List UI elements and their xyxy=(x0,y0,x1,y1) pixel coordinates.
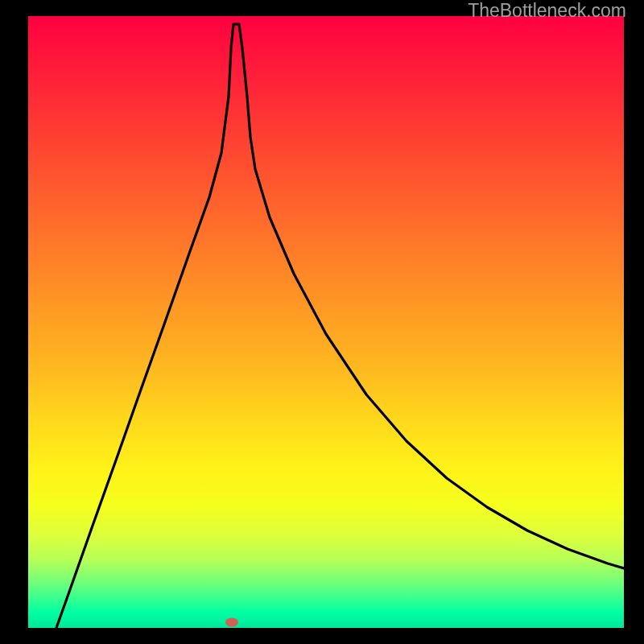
bottleneck-curve xyxy=(28,16,624,628)
watermark-text: TheBottleneck.com xyxy=(468,0,626,22)
plot-area xyxy=(28,16,624,628)
chart-frame: TheBottleneck.com xyxy=(0,0,644,644)
minimum-marker xyxy=(225,618,238,627)
